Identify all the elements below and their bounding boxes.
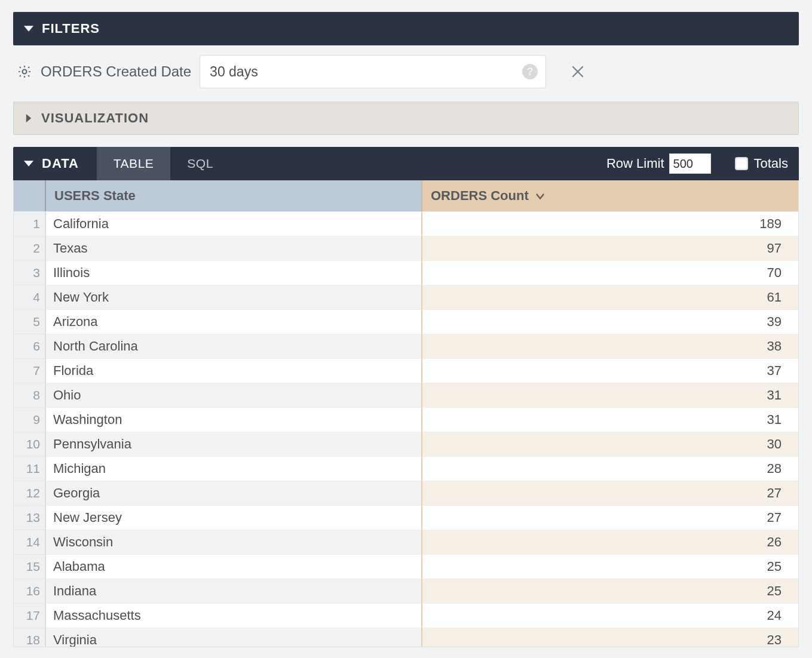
table-row[interactable]: 14Wisconsin26	[14, 530, 798, 554]
table-row[interactable]: 6North Carolina38	[14, 334, 798, 358]
visualization-header[interactable]: VISUALIZATION	[13, 102, 799, 135]
cell-count[interactable]: 37	[422, 358, 798, 383]
row-number: 7	[14, 358, 46, 383]
cell-count[interactable]: 27	[422, 505, 798, 530]
row-number: 18	[14, 628, 46, 647]
filters-header[interactable]: FILTERS	[13, 12, 799, 45]
svg-marker-5	[24, 161, 33, 167]
column-header-count[interactable]: ORDERS Count	[422, 180, 798, 211]
table-row[interactable]: 2Texas97	[14, 236, 798, 260]
table-row[interactable]: 16Indiana25	[14, 579, 798, 603]
filter-field-label: ORDERS Created Date	[41, 63, 191, 80]
table-row[interactable]: 13New Jersey27	[14, 505, 798, 530]
row-number: 14	[14, 530, 46, 554]
row-number: 1	[14, 211, 46, 236]
remove-filter-icon[interactable]	[570, 64, 586, 79]
table-row[interactable]: 4New York61	[14, 285, 798, 309]
caret-right-icon	[24, 114, 33, 122]
cell-count[interactable]: 70	[422, 260, 798, 285]
row-number: 3	[14, 260, 46, 285]
cell-state[interactable]: Ohio	[46, 383, 422, 407]
totals-label: Totals	[754, 156, 788, 171]
cell-count[interactable]: 31	[422, 383, 798, 407]
totals-toggle[interactable]: Totals	[735, 156, 788, 171]
gear-icon[interactable]	[17, 64, 32, 79]
filter-row: ORDERS Created Date ?	[13, 45, 799, 102]
cell-count[interactable]: 23	[422, 628, 798, 647]
visualization-title: VISUALIZATION	[41, 110, 149, 126]
rownum-header	[14, 180, 46, 211]
cell-count[interactable]: 189	[422, 211, 798, 236]
table-row[interactable]: 18Virginia23	[14, 628, 798, 647]
cell-state[interactable]: Texas	[46, 236, 422, 260]
tab-sql[interactable]: SQL	[170, 147, 230, 180]
cell-count[interactable]: 31	[422, 407, 798, 432]
cell-state[interactable]: Alabama	[46, 554, 422, 579]
cell-state[interactable]: Wisconsin	[46, 530, 422, 554]
checkbox-icon	[735, 157, 748, 170]
table-row[interactable]: 9Washington31	[14, 407, 798, 432]
filters-title: FILTERS	[42, 21, 100, 36]
row-number: 8	[14, 383, 46, 407]
cell-count[interactable]: 26	[422, 530, 798, 554]
cell-count[interactable]: 97	[422, 236, 798, 260]
filter-value-input[interactable]	[200, 55, 546, 88]
row-number: 11	[14, 456, 46, 481]
data-header: DATA TABLESQL Row Limit Totals	[13, 147, 799, 180]
data-title: DATA	[42, 156, 79, 171]
table-row[interactable]: 12Georgia27	[14, 481, 798, 505]
row-number: 2	[14, 236, 46, 260]
table-row[interactable]: 17Massachusetts24	[14, 603, 798, 628]
cell-count[interactable]: 24	[422, 603, 798, 628]
row-number: 9	[14, 407, 46, 432]
cell-count[interactable]: 30	[422, 432, 798, 456]
row-number: 13	[14, 505, 46, 530]
cell-state[interactable]: New Jersey	[46, 505, 422, 530]
cell-state[interactable]: Indiana	[46, 579, 422, 603]
row-limit-label: Row Limit	[606, 156, 664, 171]
cell-state[interactable]: Massachusetts	[46, 603, 422, 628]
cell-state[interactable]: Illinois	[46, 260, 422, 285]
table-row[interactable]: 8Ohio31	[14, 383, 798, 407]
results-table: USERS State ORDERS Count 1California1892…	[13, 180, 799, 647]
cell-state[interactable]: North Carolina	[46, 334, 422, 358]
cell-count[interactable]: 61	[422, 285, 798, 309]
help-icon[interactable]: ?	[522, 64, 538, 79]
cell-state[interactable]: Arizona	[46, 309, 422, 334]
table-row[interactable]: 15Alabama25	[14, 554, 798, 579]
cell-count[interactable]: 39	[422, 309, 798, 334]
cell-state[interactable]: Virginia	[46, 628, 422, 647]
cell-state[interactable]: Washington	[46, 407, 422, 432]
table-row[interactable]: 3Illinois70	[14, 260, 798, 285]
cell-count[interactable]: 25	[422, 554, 798, 579]
row-number: 17	[14, 603, 46, 628]
cell-state[interactable]: Georgia	[46, 481, 422, 505]
row-number: 6	[14, 334, 46, 358]
cell-state[interactable]: Pennsylvania	[46, 432, 422, 456]
svg-marker-4	[26, 114, 31, 122]
row-number: 16	[14, 579, 46, 603]
row-number: 5	[14, 309, 46, 334]
column-header-label: ORDERS Count	[431, 188, 529, 204]
table-header-row: USERS State ORDERS Count	[14, 180, 798, 211]
table-row[interactable]: 5Arizona39	[14, 309, 798, 334]
caret-down-icon[interactable]	[24, 159, 33, 168]
cell-count[interactable]: 28	[422, 456, 798, 481]
table-row[interactable]: 10Pennsylvania30	[14, 432, 798, 456]
table-row[interactable]: 1California189	[14, 211, 798, 236]
cell-state[interactable]: Florida	[46, 358, 422, 383]
cell-count[interactable]: 27	[422, 481, 798, 505]
cell-count[interactable]: 38	[422, 334, 798, 358]
row-number: 10	[14, 432, 46, 456]
table-row[interactable]: 7Florida37	[14, 358, 798, 383]
cell-state[interactable]: Michigan	[46, 456, 422, 481]
row-number: 15	[14, 554, 46, 579]
row-limit-input[interactable]	[669, 153, 711, 174]
column-header-state[interactable]: USERS State	[46, 180, 422, 211]
cell-count[interactable]: 25	[422, 579, 798, 603]
cell-state[interactable]: California	[46, 211, 422, 236]
table-row[interactable]: 11Michigan28	[14, 456, 798, 481]
cell-state[interactable]: New York	[46, 285, 422, 309]
tab-table[interactable]: TABLE	[97, 147, 170, 180]
column-header-label: USERS State	[54, 188, 136, 204]
